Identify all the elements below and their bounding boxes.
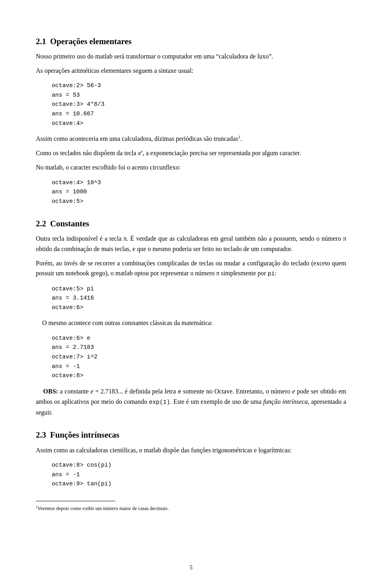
arith-intro-paragraph: As operações aritméticas elementares seg… — [36, 66, 346, 76]
section-2-1-number: 2.1 — [36, 35, 46, 47]
section-2-3-heading: 2.3 Funções intrínsecas — [36, 428, 346, 441]
section-2-2-title: Constantes — [50, 217, 89, 230]
pi-intro-paragraph: Outra tecla indisponível é a tecla π. É … — [36, 234, 346, 254]
footnote-1: 1Veremos depois como exibir um número ma… — [36, 504, 346, 512]
obs-exp1-code: exp(1) — [149, 399, 170, 405]
footnote-1-text: Veremos depois como exibir um número mai… — [37, 506, 169, 511]
section-2-1-title: Operações elementares — [50, 35, 132, 47]
code-funcoes: octave:8> cos(pi) ans = -1 octave:9> tan… — [52, 461, 346, 489]
circumflexo-paragraph: No matlab, o caracter escolhido foi o ac… — [36, 162, 346, 173]
obs-paragraph: OBS: a constante e = 2.7183... é definid… — [36, 386, 346, 418]
code-pi: octave:5> pi ans = 3.1416 octave:6> — [52, 284, 346, 313]
pi-code-inline: pi — [268, 271, 275, 277]
assim-text: Assim como aconteceria em uma calculador… — [36, 135, 242, 142]
code-constantes: octave:6> e ans = 2.7183 octave:7> i^2 a… — [52, 334, 346, 381]
funcao-intrinseca-em: função intrínseca — [263, 398, 308, 405]
section-2-3-number: 2.3 — [36, 428, 46, 441]
footnote-ref-1: 1 — [238, 134, 240, 139]
teclado-paragraph: Como os teclados não dispõem da tecla xy… — [36, 148, 346, 158]
obs-e-italic2: e — [292, 388, 295, 395]
code-arith: octave:2> 56-3 ans = 53 octave:3> 4*8/3 … — [52, 81, 346, 128]
page-number: 5 — [189, 563, 193, 572]
truncadas-paragraph: Assim como aconteceria em uma calculador… — [36, 134, 346, 144]
section-2-2-heading: 2.2 Constantes — [36, 217, 346, 230]
pi-text: É verdade que as calculadoras em geral t… — [36, 235, 346, 252]
obs-label: OBS: — [43, 388, 58, 395]
funcoes-intro-paragraph: Assim como as calculadoras científicas, … — [36, 445, 346, 456]
obs-e-italic: e — [90, 388, 93, 395]
code-exp: octave:4> 10^3 ans = 1000 octave:5> — [52, 178, 346, 206]
intro-paragraph: Nosso primeiro uso do matlab será transf… — [36, 51, 346, 62]
footnote-divider — [36, 501, 115, 501]
pi-text2-paragraph: Porém, ao invés de se recorrer a combina… — [36, 258, 346, 279]
section-2-1-heading: 2.1 Operações elementares — [36, 35, 346, 47]
section-2-2-number: 2.2 — [36, 217, 46, 230]
constantes-text-paragraph: O mesmo acontece com outras constantes c… — [36, 318, 346, 328]
xy-math: xy — [138, 150, 142, 156]
y-sup: y — [141, 149, 143, 154]
obs-e-code: e — [178, 389, 181, 395]
section-2-3-title: Funções intrínsecas — [50, 428, 119, 441]
